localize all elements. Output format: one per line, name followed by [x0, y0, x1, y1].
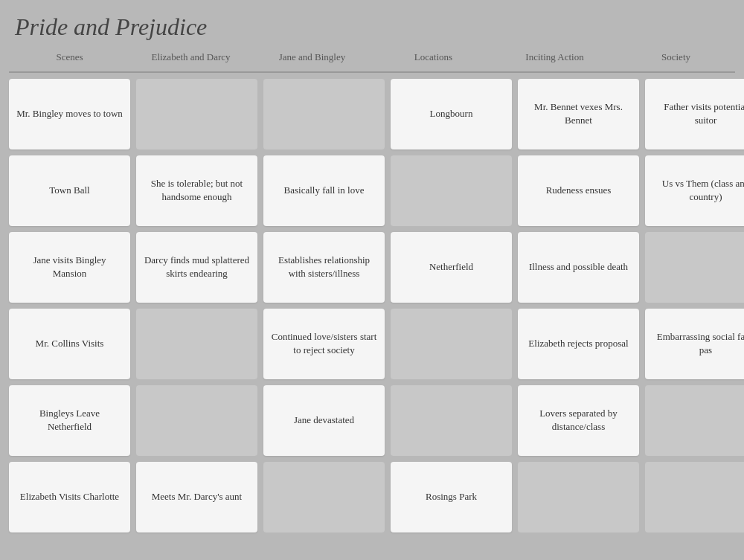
grid-cell-r0-c0: Mr. Bingley moves to town	[9, 79, 130, 149]
grid-cell-r4-c5	[645, 385, 744, 456]
grid-cell-r0-c1	[136, 79, 257, 149]
grid-cell-r1-c0: Town Ball	[9, 155, 130, 226]
grid-cell-r1-c2: Basically fall in love	[263, 155, 385, 226]
grid-cell-r2-c3: Netherfield	[391, 232, 512, 303]
grid-cell-r4-c1	[136, 385, 257, 456]
grid-cell-r3-c5: Embarrassing social faux pas	[645, 309, 744, 379]
grid-container: ScenesElizabeth and DarcyJane and Bingle…	[0, 48, 744, 547]
grid-cell-r5-c0: Elizabeth Visits Charlotte	[9, 462, 130, 532]
grid-cell-r3-c1	[136, 309, 257, 379]
page-title: Pride and Prejudice	[0, 0, 744, 48]
col-header-2: Jane and Bingley	[251, 48, 373, 67]
header-divider	[9, 71, 735, 73]
grid-cell-r2-c5	[645, 232, 744, 303]
grid-cell-r4-c3	[391, 385, 512, 456]
grid-cell-r5-c1: Meets Mr. Darcy's aunt	[136, 462, 257, 532]
grid-cell-r0-c3: Longbourn	[391, 79, 512, 149]
grid-cell-r3-c4: Elizabeth rejects proposal	[518, 309, 639, 379]
grid-cell-r2-c2: Establishes relationship with sisters/il…	[263, 232, 385, 303]
grid-cell-r0-c4: Mr. Bennet vexes Mrs. Bennet	[518, 79, 639, 149]
grid-cell-r5-c5	[645, 462, 744, 532]
page-background: Pride and Prejudice ScenesElizabeth and …	[0, 0, 744, 560]
grid-cell-r3-c0: Mr. Collins Visits	[9, 309, 130, 379]
grid-cell-r3-c3	[391, 309, 512, 379]
data-grid: Mr. Bingley moves to townLongbournMr. Be…	[6, 79, 738, 532]
column-headers: ScenesElizabeth and DarcyJane and Bingle…	[6, 48, 738, 67]
col-header-5: Society	[615, 48, 737, 67]
grid-cell-r1-c1: She is tolerable; but not handsome enoug…	[136, 155, 257, 226]
grid-cell-r1-c3	[391, 155, 512, 226]
col-header-4: Inciting Action	[494, 48, 615, 67]
col-header-3: Locations	[373, 48, 494, 67]
col-header-0: Scenes	[9, 48, 130, 67]
grid-cell-r4-c0: Bingleys Leave Netherfield	[9, 385, 130, 456]
grid-cell-r0-c5: Father visits potential suitor	[645, 79, 744, 149]
grid-cell-r0-c2	[263, 79, 385, 149]
grid-cell-r4-c2: Jane devastated	[263, 385, 385, 456]
grid-cell-r3-c2: Continued love/sisters start to reject s…	[263, 309, 385, 379]
grid-cell-r2-c4: Illness and possible death	[518, 232, 639, 303]
grid-cell-r5-c2	[263, 462, 385, 532]
grid-cell-r5-c4	[518, 462, 639, 532]
grid-cell-r1-c4: Rudeness ensues	[518, 155, 639, 226]
grid-cell-r2-c0: Jane visits Bingley Mansion	[9, 232, 130, 303]
grid-cell-r2-c1: Darcy finds mud splattered skirts endear…	[136, 232, 257, 303]
grid-cell-r4-c4: Lovers separated by distance/class	[518, 385, 639, 456]
grid-cell-r5-c3: Rosings Park	[391, 462, 512, 532]
col-header-1: Elizabeth and Darcy	[130, 48, 251, 67]
grid-cell-r1-c5: Us vs Them (class and country)	[645, 155, 744, 226]
